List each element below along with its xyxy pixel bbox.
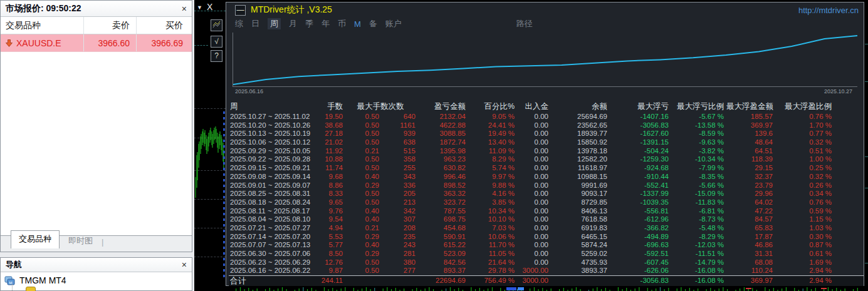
- cell-8: -696.63: [610, 241, 671, 250]
- quote-row-xauusd[interactable]: XAUUSD.E 3966.60 3966.69: [1, 34, 192, 52]
- cell-8: -3056.83: [610, 276, 671, 286]
- cell-10: 29.15: [726, 164, 775, 173]
- cell-7: 6465.15: [551, 233, 610, 242]
- cell-5: 756.49 %: [468, 276, 517, 286]
- toolbar-item-6[interactable]: 币: [338, 18, 346, 29]
- close-icon[interactable]: ×: [182, 260, 187, 270]
- chart-end-date: 2025.10.27: [824, 88, 852, 94]
- cell-7: 5874.24: [551, 241, 610, 250]
- cell-5: 29.78 %: [468, 267, 517, 275]
- cell-6: 0.00: [517, 121, 551, 130]
- cell-3: 638: [382, 138, 418, 147]
- candlestick-mini-chart: [194, 118, 226, 199]
- tab-symbols[interactable]: 交易品种: [11, 230, 60, 248]
- mtdriver-titlebar: — MTDriver统计 ,V3.25 http://mtdriver.cn: [226, 3, 864, 18]
- cell-6: 0.00: [517, 130, 551, 138]
- cell-7: 25694.69: [551, 113, 610, 121]
- check-icon: √: [214, 37, 219, 46]
- toolbar-item-9[interactable]: 账户: [385, 18, 402, 29]
- cell-11: 0.30 %: [775, 233, 834, 242]
- cell-0: 2025.07.21 ~ 2025.07.27: [229, 224, 316, 233]
- cell-5: 7.03 %: [468, 224, 517, 233]
- cell-4: 2132.04: [418, 113, 468, 121]
- cell-4: 22694.69: [418, 276, 468, 286]
- tab-tick-chart[interactable]: 即时图: [60, 235, 102, 252]
- chevron-down-icon[interactable]: ▼: [197, 4, 202, 11]
- cell-0: 2025.10.20 ~ 2025.10.26: [229, 121, 316, 130]
- cell-8: -504.24: [610, 147, 671, 156]
- cell-3: 342: [382, 207, 418, 216]
- cell-1: 9.87: [316, 267, 345, 275]
- cell-8: -592.51: [610, 250, 671, 258]
- cell-6: 0.00: [517, 233, 551, 242]
- cell-6: 0.00: [517, 164, 551, 173]
- cell-11: 0.25 %: [775, 164, 834, 173]
- cell-10: 29.96: [726, 190, 775, 198]
- equity-curve-line: [233, 33, 857, 86]
- cell-0: 2025.08.11 ~ 2025.08.17: [229, 207, 316, 216]
- market-watch-title: 市场报价: 09:50:22: [6, 3, 81, 14]
- cell-1: 4.94: [316, 224, 345, 233]
- cell-10: 110.24: [726, 267, 775, 275]
- cell-1: 21.02: [316, 138, 345, 147]
- navigator-item-account[interactable]: M TMGM MT4: [1, 272, 192, 285]
- cell-7: [551, 276, 610, 286]
- panel-edge-marks: [223, 111, 225, 279]
- toolbar-item-5[interactable]: 年: [322, 18, 330, 29]
- column-sell[interactable]: 卖价: [84, 17, 137, 34]
- chart-mode-button[interactable]: [211, 19, 222, 31]
- volume-ticks-strip: [226, 287, 868, 291]
- cell-7: 23562.65: [551, 121, 610, 130]
- close-icon[interactable]: ×: [182, 4, 187, 14]
- stats-table-row: 2025.07.14 ~ 2025.07.205.530.29235590.91…: [229, 233, 864, 242]
- cell-5: 24.41 %: [468, 121, 517, 130]
- column-symbol[interactable]: 交易品种: [1, 17, 84, 34]
- cell-3: 208: [382, 224, 418, 233]
- edge-dash: [865, 188, 868, 188]
- column-buy[interactable]: 买价: [137, 17, 191, 34]
- cell-5: 3.85 %: [468, 198, 517, 207]
- cell-1: 8.50: [316, 250, 345, 258]
- cell-4: 363.32: [418, 190, 468, 198]
- toolbar-item-0[interactable]: 综: [235, 18, 243, 29]
- stats-table-row: 2025.08.18 ~ 2025.08.249.650.50213323.72…: [229, 198, 864, 207]
- cell-6: 0.00: [517, 258, 551, 267]
- check-button[interactable]: √: [211, 36, 222, 48]
- cell-4: 615.22: [418, 241, 468, 250]
- cell-4: 842.56: [418, 258, 468, 267]
- cell-3: 235: [382, 233, 418, 242]
- cell-0: 2025.08.25 ~ 2025.08.31: [229, 190, 316, 198]
- cell-6: 0.00: [517, 181, 551, 190]
- toolbar-item-4[interactable]: 季: [305, 18, 313, 29]
- header-9: 最大浮盈金额: [726, 101, 775, 112]
- market-watch-empty-area: [1, 52, 192, 208]
- toolbar-item-3[interactable]: 月: [289, 18, 297, 29]
- toolbar-item-8[interactable]: 备: [369, 18, 377, 29]
- toolbar-item-7[interactable]: M: [354, 19, 361, 29]
- cell-9: -11.51 %: [671, 250, 726, 258]
- cell-4: 787.55: [418, 207, 468, 216]
- help-button[interactable]: ?: [211, 50, 222, 62]
- cell-3: 307: [382, 215, 418, 224]
- header-5: 出入金: [517, 101, 551, 112]
- cell-4: 4622.88: [418, 121, 468, 130]
- price-level-dash: [194, 45, 208, 46]
- cell-9: -11.83 %: [671, 198, 726, 207]
- cell-9: -8.73 %: [671, 215, 726, 224]
- cell-2: 0.40: [345, 241, 382, 250]
- cell-5: 9.97 %: [468, 173, 517, 181]
- mtdriver-url-link[interactable]: http://mtdriver.cn: [798, 6, 859, 15]
- cell-0: 2025.06.23 ~ 2025.06.29: [229, 258, 316, 267]
- cell-10: 32.37: [726, 173, 775, 181]
- cell-1: 38.68: [316, 121, 345, 130]
- cell-7: 8729.85: [551, 198, 610, 207]
- toolbar-item-2[interactable]: 周: [268, 18, 281, 29]
- cell-8: -612.96: [610, 215, 671, 224]
- cell-9: -8.35 %: [671, 173, 726, 181]
- cell-11: 0.61 %: [775, 250, 834, 258]
- toolbar-item-1[interactable]: 日: [251, 18, 259, 29]
- cell-8: -924.68: [610, 164, 671, 173]
- minimize-button[interactable]: —: [235, 5, 246, 16]
- gridline: [194, 228, 226, 228]
- toolbar-item-path[interactable]: 路径: [516, 18, 533, 29]
